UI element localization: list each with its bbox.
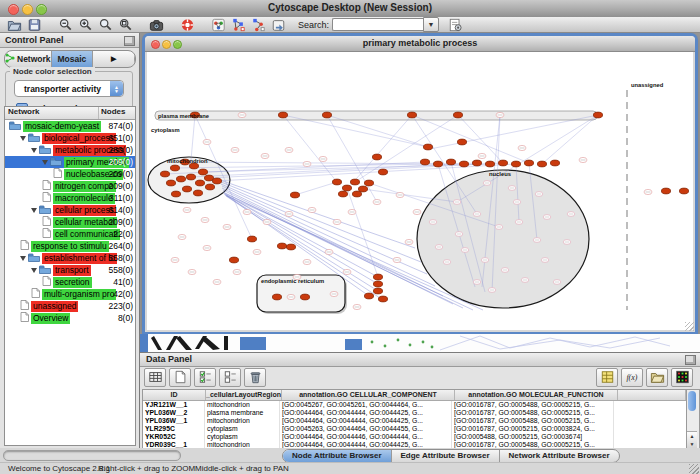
file-icon	[20, 240, 29, 252]
table-row[interactable]: YKR052Ccytoplasm[GO:0044464, GO:0044446,…	[143, 433, 686, 441]
help-icon[interactable]	[178, 18, 196, 32]
save-session-icon[interactable]	[25, 18, 43, 32]
browser-tabs-row: Node Attribute BrowserEdge Attribute Bro…	[0, 448, 700, 462]
unselect-attributes-icon[interactable]	[219, 368, 241, 387]
tree-row[interactable]: secretion41(0)	[5, 276, 135, 288]
tree-row[interactable]: primary metabol209(0)	[5, 156, 135, 168]
expand-arrow-icon[interactable]	[31, 268, 37, 273]
table-row[interactable]: YPL036W__2plasma membrane[GO:0044464, GO…	[143, 409, 686, 417]
tab-network[interactable]: Network	[5, 51, 52, 67]
open-file-icon[interactable]	[5, 18, 23, 32]
tree-row[interactable]: macromolecule311(0)	[5, 192, 135, 204]
tree-row-label: establishment of lo	[42, 253, 117, 264]
network-tree-header[interactable]: Network Nodes	[5, 107, 135, 120]
table-row[interactable]: YLR295Ccytoplasm[GO:0045263, GO:0044464,…	[143, 425, 686, 433]
search-settings-icon[interactable]	[446, 18, 464, 32]
tree-row[interactable]: establishment of lo558(0)	[5, 252, 135, 264]
scroll-down-icon[interactable]: ▼	[687, 440, 697, 448]
scrollbar-arrows[interactable]: ▲ ▼	[687, 431, 697, 448]
tab-mosaic[interactable]: Mosaic	[52, 51, 94, 67]
table-row[interactable]: YPL036W__1mitochondrion[GO:0044464, GO:0…	[143, 417, 686, 425]
window-titlebar[interactable]: Cytoscape Desktop (New Session)	[0, 0, 700, 18]
expand-arrow-icon[interactable]	[20, 256, 26, 261]
tree-row[interactable]: cellular metabol209(0)	[5, 216, 135, 228]
window-resize-grip[interactable]	[685, 322, 694, 331]
tree-row[interactable]: unassigned223(0)	[5, 300, 135, 312]
tree-row-count: 8(0)	[118, 313, 133, 323]
delete-attribute-icon[interactable]	[244, 368, 266, 387]
tree-row[interactable]: mosaic-demo-yeast874(0)	[5, 120, 135, 132]
network-view-window[interactable]: primary metabolic process plasma membran…	[145, 36, 695, 332]
tab-network-attribute-browser[interactable]: Network Attribute Browser	[500, 450, 619, 462]
scroll-up-icon[interactable]: ▲	[687, 432, 697, 440]
show-all-attributes-icon[interactable]	[144, 368, 166, 387]
table-cell: cytoplasm	[205, 433, 280, 441]
snapshot-icon[interactable]	[147, 18, 165, 32]
expand-arrow-icon[interactable]	[20, 136, 26, 141]
layout-network-icon[interactable]	[229, 18, 247, 32]
tree-row[interactable]: Overview8(0)	[5, 312, 135, 324]
tab-overflow-arrow[interactable]: ▶	[93, 51, 135, 67]
zoom-out-icon[interactable]	[56, 18, 74, 32]
expand-arrow-icon[interactable]	[31, 148, 37, 153]
import-attributes-icon[interactable]	[646, 368, 668, 387]
file-icon	[42, 216, 51, 228]
tab-label: Mosaic	[58, 54, 87, 64]
tree-column-network[interactable]: Network	[5, 107, 99, 119]
table-cell: mitochondrion	[205, 417, 280, 425]
tree-row[interactable]: transport558(0)	[5, 264, 135, 276]
zoom-in-icon[interactable]	[76, 18, 94, 32]
attribute-editor-icon[interactable]	[596, 368, 618, 387]
search-input[interactable]	[332, 18, 423, 31]
main-toolbar: Search: ▼	[0, 17, 700, 33]
float-panel-icon[interactable]	[124, 36, 135, 46]
table-cell: [GO:0016787, GO:0005488, GO:0005215, G..…	[452, 401, 614, 409]
layout-edges-icon[interactable]	[249, 18, 267, 32]
zoom-fit-icon[interactable]	[96, 18, 114, 32]
tree-row[interactable]: nucleobase-co209(0)	[5, 168, 135, 180]
table-column-header[interactable]: annotation.GO MOLECULAR_FUNCTION	[455, 390, 618, 400]
app-resize-grip[interactable]	[689, 464, 699, 474]
tree-row[interactable]: multi-organism pro42(0)	[5, 288, 135, 300]
vizmapper-icon[interactable]	[209, 18, 227, 32]
tree-row[interactable]: nitrogen compo209(0)	[5, 180, 135, 192]
import-network-icon[interactable]	[269, 18, 287, 32]
attribute-table[interactable]: ID_cellularLayoutRegionannotation.GO CEL…	[142, 389, 687, 449]
tree-row[interactable]: response to stimulu264(0)	[5, 240, 135, 252]
tab-edge-attribute-browser[interactable]: Edge Attribute Browser	[392, 450, 500, 462]
tree-row[interactable]: cellular process614(0)	[5, 204, 135, 216]
expand-arrow-icon[interactable]	[42, 160, 48, 165]
table-cell: [GO:0045263, GO:0044464, GO:0044455, G..…	[280, 425, 452, 433]
zoom-selected-icon[interactable]	[116, 18, 134, 32]
node-color-combobox[interactable]: transporter activity ▲▼	[14, 80, 124, 97]
tree-row[interactable]: biological_process651(0)	[5, 132, 135, 144]
expand-arrow-icon[interactable]	[31, 208, 37, 213]
file-icon	[42, 228, 51, 240]
tree-row[interactable]: cell communicati22(0)	[5, 228, 135, 240]
create-new-attribute-icon[interactable]	[169, 368, 191, 387]
function-builder-icon[interactable]: f(x)	[621, 368, 643, 387]
tree-row-label: response to stimulu	[31, 241, 109, 252]
table-row[interactable]: YJR121W__1mitochondrion[GO:0045267, GO:0…	[143, 401, 686, 409]
float-panel-icon[interactable]	[685, 355, 696, 365]
tree-column-nodes[interactable]: Nodes	[99, 107, 135, 119]
attribute-matrix-icon[interactable]	[671, 368, 693, 387]
network-canvas[interactable]: plasma membranecytoplasmmitochondrionnuc…	[147, 52, 693, 330]
combobox-stepper-icon[interactable]: ▲▼	[110, 81, 123, 96]
scrollbar-thumb[interactable]	[688, 391, 696, 411]
table-cell: [GO:0044464, GO:0044444, GO:0044425, G..…	[280, 417, 452, 425]
tree-row[interactable]: metabolic process280(0)	[5, 144, 135, 156]
table-column-header[interactable]: _cellularLayoutRegion	[206, 390, 282, 400]
svg-text:mitochondrion: mitochondrion	[167, 158, 208, 164]
network-window-titlebar[interactable]: primary metabolic process	[145, 36, 695, 52]
attribute-table-header[interactable]: ID_cellularLayoutRegionannotation.GO CEL…	[143, 390, 686, 401]
search-dropdown-button[interactable]: ▼	[423, 17, 439, 32]
tab-node-attribute-browser[interactable]: Node Attribute Browser	[283, 450, 392, 462]
file-icon	[31, 288, 40, 300]
file-icon	[42, 276, 51, 288]
table-column-header[interactable]: annotation.GO CELLULAR_COMPONENT	[282, 390, 455, 400]
tree-row-label: secretion	[53, 277, 92, 288]
table-scrollbar[interactable]: ▲ ▼	[686, 389, 700, 449]
select-attributes-icon[interactable]	[194, 368, 216, 387]
table-column-header[interactable]: ID	[143, 390, 206, 400]
